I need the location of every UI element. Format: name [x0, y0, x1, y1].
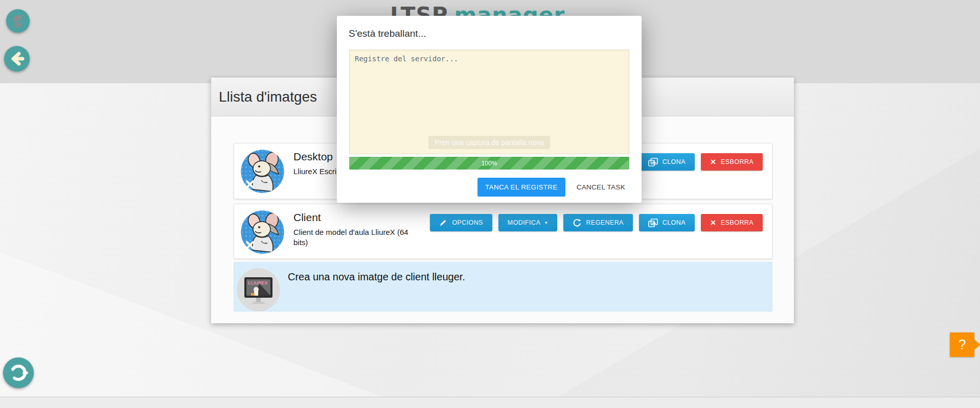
dialog-title: S'està treballant...	[349, 28, 629, 39]
help-button[interactable]: ?	[950, 332, 974, 357]
create-image-label: Crea una nova imatge de client lleuger.	[288, 266, 465, 283]
clone-images-icon	[648, 219, 658, 227]
create-image-row[interactable]: LLiUREX Crea una nova imatge de client l…	[234, 262, 772, 311]
image-name: Client	[293, 211, 421, 224]
modifica-button[interactable]: MODIFICA ▼	[498, 214, 558, 231]
progress-percent-label: 100%	[482, 160, 497, 167]
log-placeholder: Registre del servidor...	[355, 55, 458, 63]
clone-images-icon	[648, 158, 658, 166]
lliurex-logo-icon	[11, 14, 25, 28]
progress-bar-fill: 100%	[349, 157, 629, 170]
modifica-label: MODIFICA	[508, 219, 540, 226]
image-info: Client Client de model d'aula LliureX (6…	[293, 210, 421, 248]
clona-button[interactable]: CLONA	[639, 214, 695, 231]
spinner-icon	[8, 362, 29, 383]
esborra-button[interactable]: ✕ ESBORRA	[701, 153, 763, 171]
opcions-label: OPCIONS	[452, 219, 483, 226]
working-dialog: S'està treballant... Registre del servid…	[337, 16, 642, 203]
opcions-button[interactable]: OPCIONS	[430, 214, 492, 231]
help-question-label: ?	[958, 337, 966, 352]
server-log-textarea[interactable]: Registre del servidor... Pren una captur…	[349, 50, 629, 154]
mouse-avatar	[241, 210, 284, 254]
image-name: Desktop	[293, 151, 341, 163]
pencil-icon	[439, 219, 447, 227]
mouse-avatar	[241, 150, 284, 193]
image-description: LliureX Escrip	[293, 166, 341, 177]
regenera-label: REGENERA	[586, 219, 623, 226]
take-screenshot-button[interactable]: Pren una captura de pantalla nova	[428, 136, 550, 149]
help-tail-arrow	[974, 339, 980, 350]
regenera-button[interactable]: REGENERA	[563, 214, 632, 231]
progress-track: 100%	[349, 157, 629, 170]
esborra-label: ESBORRA	[721, 158, 754, 165]
close-x-icon: ✕	[710, 158, 716, 166]
clona-button[interactable]: CLONA	[639, 153, 695, 171]
esborra-label: ESBORRA	[721, 219, 754, 226]
svg-text:LLiUREX: LLiUREX	[248, 280, 268, 285]
footer-bar	[0, 397, 980, 408]
back-button[interactable]	[4, 46, 30, 71]
close-log-button[interactable]: TANCA EL REGISTRE	[477, 178, 565, 197]
image-actions: OPCIONS MODIFICA ▼ REGENERA	[430, 214, 763, 231]
screen: LTSPmanager Llista d'imatges	[0, 0, 980, 408]
back-arrow-icon	[8, 50, 26, 67]
image-info: Desktop LliureX Escrip	[293, 150, 341, 177]
close-x-icon: ✕	[710, 219, 716, 227]
esborra-button[interactable]: ✕ ESBORRA	[701, 214, 763, 231]
monitor-avatar: LLiUREX	[237, 268, 280, 311]
page-title: Llista d'imatges	[219, 89, 317, 105]
caret-down-icon: ▼	[544, 221, 548, 225]
refresh-spinner-button[interactable]	[3, 357, 34, 388]
clona-label: CLONA	[663, 219, 686, 226]
cancel-task-button[interactable]: CANCEL TASK	[571, 178, 631, 197]
image-row: Client Client de model d'aula LliureX (6…	[234, 204, 772, 259]
image-description: Client de model d'aula LliureX (64 bits)	[293, 227, 421, 248]
dialog-footer: TANCA EL REGISTRE CANCEL TASK	[337, 170, 642, 197]
refresh-icon	[573, 219, 581, 227]
lliurex-menu-button[interactable]	[6, 9, 30, 33]
clona-label: CLONA	[663, 158, 686, 165]
